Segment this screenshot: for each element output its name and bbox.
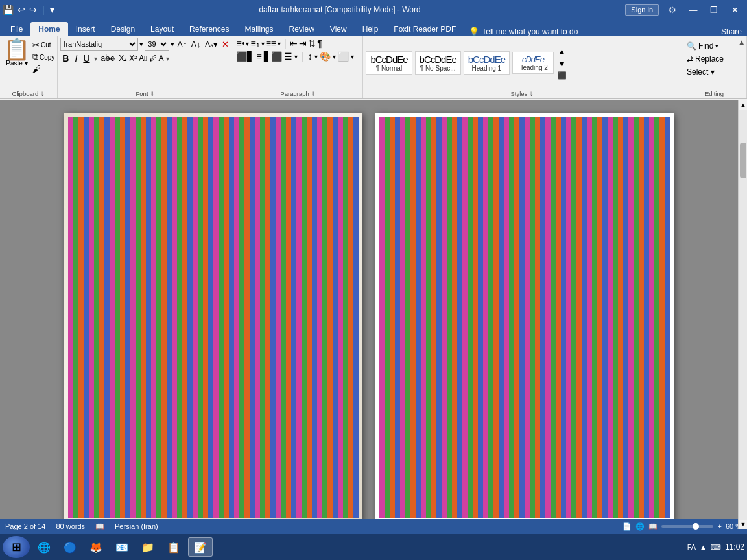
find-button[interactable]: 🔍 Find ▾ [685, 40, 720, 52]
zoom-thumb[interactable] [693, 523, 699, 530]
number-list-button[interactable]: ≡₁ [250, 38, 259, 49]
subscript-button[interactable]: X₂ [119, 54, 127, 63]
start-button[interactable]: ⊞ [3, 536, 30, 558]
style-heading2[interactable]: cDdEe Heading 2 [512, 52, 554, 74]
share-button[interactable]: Share [716, 27, 747, 36]
styles-scroll-up[interactable]: ▲ [558, 47, 567, 56]
format-painter-button[interactable]: 🖌 [32, 64, 54, 74]
tab-help[interactable]: Help [355, 22, 386, 36]
undo-icon[interactable]: ↩ [18, 5, 25, 15]
strikethrough-button[interactable]: ab̶c̶ [99, 53, 117, 64]
tab-insert[interactable]: Insert [68, 22, 103, 36]
tab-view[interactable]: View [322, 22, 355, 36]
taskbar-notification[interactable]: ▲ [700, 543, 707, 551]
font-name-select[interactable]: IranNastaliq [60, 38, 138, 51]
tab-mailings[interactable]: Mailings [237, 22, 281, 36]
decrease-indent-button[interactable]: ⇤ [290, 38, 298, 49]
justify-caret[interactable]: ▾ [294, 53, 298, 60]
zoom-slider[interactable] [661, 525, 713, 528]
sort-button[interactable]: ⇅ [308, 38, 316, 49]
taskbar-word[interactable]: 📝 [188, 537, 213, 557]
sign-in-button[interactable]: Sign in [625, 4, 659, 16]
more-icon[interactable]: ▾ [50, 5, 54, 15]
cut-button[interactable]: ✂Cut [32, 40, 54, 50]
change-case-button[interactable]: Aₐ▾ [204, 39, 220, 50]
tell-me-text[interactable]: Tell me what you want to do [482, 27, 716, 36]
text-effects-button[interactable]: A⃣ [139, 54, 147, 63]
scroll-up-button[interactable]: ▲ [739, 100, 747, 110]
align-left-button[interactable]: ⬛▋ [236, 51, 254, 62]
text-bismillah: بسمه تعالی [80, 133, 128, 143]
bold-button[interactable]: B [60, 52, 71, 64]
taskbar-ie[interactable]: 🌐 [32, 537, 56, 557]
close-button[interactable]: ✕ [725, 0, 744, 19]
replace-button[interactable]: ⇄ Replace [685, 53, 726, 65]
borders-caret[interactable]: ▾ [351, 53, 354, 60]
line-spacing-caret[interactable]: ▾ [314, 53, 318, 60]
save-icon[interactable]: 💾 [3, 5, 14, 15]
tell-me-icon[interactable]: 💡 [469, 27, 479, 36]
increase-indent-button[interactable]: ⇥ [299, 38, 307, 49]
scroll-thumb[interactable] [740, 143, 746, 178]
select-button[interactable]: Select ▾ [685, 66, 717, 78]
tab-review[interactable]: Review [281, 22, 322, 36]
underline-button[interactable]: U [81, 52, 91, 64]
justify-button[interactable]: ☰ [284, 51, 292, 62]
restore-button[interactable]: ❐ [704, 0, 724, 19]
line-spacing-button[interactable]: ↕ [308, 51, 313, 62]
clear-format-button[interactable]: ✕ [220, 39, 230, 50]
taskbar-chrome[interactable]: 🔵 [58, 537, 82, 557]
copy-button[interactable]: ⧉Copy [32, 52, 54, 62]
vertical-scrollbar[interactable]: ▲ ▼ [738, 100, 747, 529]
status-right: 📄 🌐 📖 + 60 % [622, 522, 742, 531]
show-hide-button[interactable]: ¶ [317, 38, 322, 49]
text-highlight-button[interactable]: 🖊 [149, 54, 157, 63]
shading-caret[interactable]: ▾ [333, 53, 336, 60]
styles-scroll-down[interactable]: ▼ [558, 59, 567, 69]
align-center-button[interactable]: ≡ [256, 51, 261, 62]
style-heading1[interactable]: bCcDdEe Heading 1 [464, 51, 510, 75]
borders-button[interactable]: ⬜ [338, 51, 349, 62]
tab-references[interactable]: References [182, 22, 237, 36]
font-color-caret[interactable]: ▾ [166, 55, 169, 62]
scroll-track[interactable] [739, 110, 747, 520]
taskbar-mail[interactable]: 📧 [110, 537, 134, 557]
svg-point-25 [434, 314, 453, 321]
number-caret[interactable]: ▾ [261, 40, 265, 47]
font-color-button[interactable]: A [159, 54, 164, 63]
tab-home[interactable]: Home [30, 22, 67, 36]
word-count: 80 words [56, 522, 85, 530]
view-web-icon[interactable]: 🌐 [635, 522, 645, 531]
collapse-ribbon-button[interactable]: ▲ [737, 38, 746, 47]
view-print-icon[interactable]: 📄 [622, 522, 632, 531]
multilevel-caret[interactable]: ▾ [278, 40, 281, 47]
taskbar-firefox[interactable]: 🦊 [84, 537, 108, 557]
style-normal[interactable]: bCcDdEe ¶ Normal [366, 51, 412, 75]
shading-button[interactable]: 🎨 [320, 51, 331, 62]
minimize-button[interactable]: — [683, 0, 703, 19]
styles-more[interactable]: ⬛ [558, 71, 567, 80]
text-ministry: وزارت آموزش وپرورش [80, 149, 167, 159]
redo-icon[interactable]: ↪ [29, 5, 37, 15]
tab-layout[interactable]: Layout [143, 22, 182, 36]
bullet-caret[interactable]: ▾ [246, 40, 249, 47]
italic-button[interactable]: I [73, 52, 79, 64]
tab-foxit[interactable]: Foxit Reader PDF [386, 22, 464, 36]
tab-file[interactable]: File [3, 22, 30, 36]
grow-font-button[interactable]: A↑ [176, 39, 188, 50]
scroll-down-button[interactable]: ▼ [739, 520, 747, 529]
settings-icon[interactable]: ⚙ [663, 0, 682, 19]
style-no-spacing[interactable]: bCcDdEe ¶ No Spac... [415, 51, 461, 75]
bullet-list-button[interactable]: ≡• [236, 38, 244, 49]
multilevel-button[interactable]: ≡≡ [266, 38, 276, 49]
taskbar-tasks[interactable]: 📋 [162, 537, 185, 557]
status-left: Page 2 of 14 80 words 📖 Persian (Iran) [5, 522, 158, 531]
align-right-button[interactable]: ▋⬛ [264, 51, 282, 62]
superscript-button[interactable]: X² [129, 54, 137, 63]
paste-button[interactable]: 📋 Paste ▾ [3, 38, 31, 68]
font-size-select[interactable]: 39 [145, 38, 169, 51]
shrink-font-button[interactable]: A↓ [190, 39, 202, 50]
taskbar-explorer[interactable]: 📁 [136, 537, 160, 557]
view-read-icon[interactable]: 📖 [648, 522, 658, 531]
tab-design[interactable]: Design [103, 22, 143, 36]
